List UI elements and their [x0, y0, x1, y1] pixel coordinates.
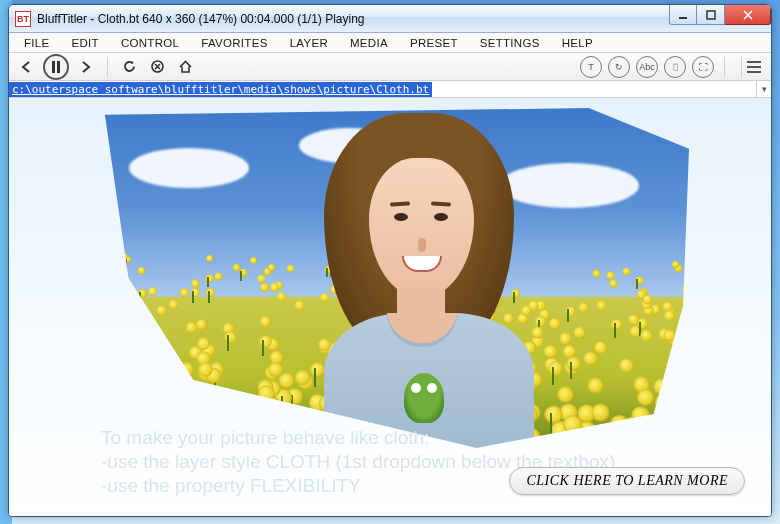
svg-rect-1 [707, 11, 715, 19]
path-dropdown-icon[interactable]: ▾ [756, 81, 771, 97]
path-text[interactable]: c:\outerspace software\blufftitler\media… [9, 82, 432, 97]
preview-viewport[interactable]: To make your picture behave like cloth: … [9, 98, 771, 516]
back-button[interactable] [15, 56, 37, 78]
svg-rect-2 [52, 61, 55, 73]
arrow-right-icon [79, 60, 93, 74]
menu-layer[interactable]: LAYER [281, 35, 337, 51]
hamburger-icon [747, 61, 761, 63]
tool-rotate-button[interactable]: ↻ [608, 56, 630, 78]
menu-preset[interactable]: PRESET [401, 35, 467, 51]
arrow-left-icon [19, 60, 33, 74]
stop-button[interactable] [146, 56, 168, 78]
menubar: FILE EDIT CONTROL FAVORITES LAYER MEDIA … [9, 33, 771, 53]
tool-text-button[interactable]: T [580, 56, 602, 78]
tool-abc-button[interactable]: Abc [636, 56, 658, 78]
abc-icon: Abc [639, 62, 655, 72]
app-icon: BT [15, 11, 31, 27]
maximize-button[interactable] [697, 5, 725, 25]
minimize-button[interactable] [669, 5, 697, 25]
window-buttons [669, 5, 771, 25]
cloud-icon [129, 148, 249, 188]
menu-edit[interactable]: EDIT [63, 35, 108, 51]
menu-media[interactable]: MEDIA [341, 35, 397, 51]
menu-favorites[interactable]: FAVORITES [192, 35, 276, 51]
text-icon: T [588, 62, 594, 72]
toolbar-separator [724, 57, 725, 77]
tool-fullscreen-button[interactable]: ⛶ [692, 56, 714, 78]
learn-more-button[interactable]: CLICK HERE TO LEARN MORE [509, 467, 745, 495]
forward-button[interactable] [75, 56, 97, 78]
menu-help[interactable]: HELP [553, 35, 602, 51]
app-window: BT BluffTitler - Cloth.bt 640 x 360 (147… [8, 4, 772, 517]
size-icon: ⌷ [673, 62, 678, 72]
reload-button[interactable] [118, 56, 140, 78]
fullscreen-icon: ⛶ [699, 62, 708, 72]
svg-rect-3 [57, 61, 60, 73]
menu-settings[interactable]: SETTINGS [471, 35, 549, 51]
reload-icon [122, 59, 137, 74]
rotate-icon: ↻ [615, 62, 623, 72]
tool-size-button[interactable]: ⌷ [664, 56, 686, 78]
overflow-menu-button[interactable] [741, 56, 765, 78]
play-pause-button[interactable] [43, 54, 69, 80]
home-icon [178, 59, 193, 74]
close-button[interactable] [725, 5, 771, 25]
menu-file[interactable]: FILE [15, 35, 59, 51]
path-bar[interactable]: c:\outerspace software\blufftitler\media… [9, 81, 771, 98]
svg-rect-0 [679, 17, 687, 19]
person-figure [269, 113, 569, 443]
home-button[interactable] [174, 56, 196, 78]
pause-icon [51, 61, 61, 73]
titlebar[interactable]: BT BluffTitler - Cloth.bt 640 x 360 (147… [9, 5, 771, 33]
toolbar: T ↻ Abc ⌷ ⛶ [9, 53, 771, 81]
window-title: BluffTitler - Cloth.bt 640 x 360 (147%) … [37, 12, 365, 26]
toolbar-separator [107, 57, 108, 77]
menu-control[interactable]: CONTROL [112, 35, 188, 51]
cloth-picture [99, 108, 689, 448]
cancel-icon [150, 59, 165, 74]
